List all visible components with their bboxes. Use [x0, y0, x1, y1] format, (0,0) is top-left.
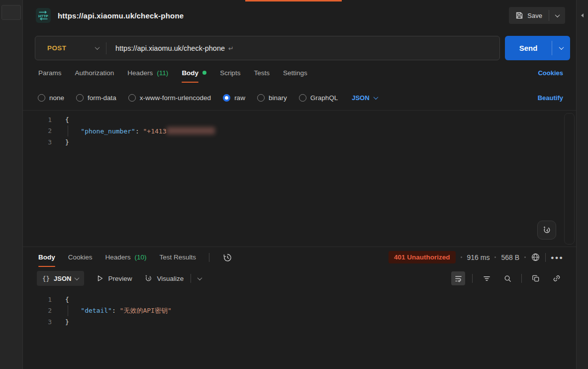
request-body-editor[interactable]: 1{2 "phone_number": "+14133} — [23, 110, 576, 246]
collapse-panel-arrow-icon[interactable] — [581, 13, 584, 17]
wrap-text-button[interactable] — [451, 271, 465, 285]
filter-button[interactable] — [480, 271, 493, 285]
play-icon — [96, 274, 104, 282]
link-button[interactable] — [550, 271, 564, 285]
request-tabs-list: ParamsAuthorizationHeaders(11)BodyScript… — [38, 66, 307, 80]
body-type-graphql[interactable]: GraphQL — [299, 94, 338, 102]
method-select[interactable]: POST — [35, 44, 106, 52]
save-button-group: Save — [509, 7, 565, 24]
url-container: POST https://api.xiaomu.uk/check-phone↵ — [35, 36, 500, 60]
preview-label: Preview — [108, 275, 132, 282]
chevron-down-icon — [373, 95, 378, 100]
tab-label: Settings — [283, 66, 307, 80]
tab-label: Test Results — [160, 250, 196, 264]
left-sidebar — [0, 0, 23, 369]
cookies-link[interactable]: Cookies — [538, 69, 563, 77]
language-label: JSON — [352, 94, 369, 102]
radio-label: form-data — [88, 94, 116, 102]
body-type-none[interactable]: none — [38, 94, 64, 102]
save-button[interactable]: Save — [509, 7, 549, 24]
code-line-2: 2 "phone_number": "+1413 — [23, 125, 576, 137]
request-tab-tests[interactable]: Tests — [254, 66, 270, 80]
indent-guide — [68, 305, 68, 317]
radio-icon — [128, 94, 136, 102]
toolbar-divider — [472, 274, 473, 283]
response-meta: 401 Unauthorized 916 ms 568 B ●●● — [389, 251, 564, 263]
workspace: HTTP https://api.xiaomu.uk/check-phone S… — [23, 0, 576, 369]
chevron-down-icon[interactable] — [197, 275, 202, 280]
status-badge[interactable]: 401 Unauthorized — [389, 251, 456, 263]
network-globe-icon[interactable] — [531, 252, 540, 262]
radio-label: GraphQL — [310, 94, 338, 102]
token-punct: } — [65, 138, 69, 146]
body-type-raw[interactable]: raw — [223, 94, 245, 102]
toolbar-divider — [191, 274, 191, 283]
send-button[interactable]: Send — [505, 36, 552, 60]
copy-button[interactable] — [529, 271, 543, 285]
response-body-viewer[interactable]: 1{2 "detail": "无效的API密钥"3} — [23, 289, 576, 369]
tab-count-badge: (10) — [135, 253, 147, 261]
chevron-down-icon — [555, 12, 560, 17]
token-punct: : — [135, 127, 143, 135]
http-request-icon: HTTP — [36, 8, 51, 23]
code-content: "detail": "无效的API密钥" — [65, 306, 172, 315]
code-content: { — [65, 296, 69, 303]
body-type-binary[interactable]: binary — [257, 94, 287, 102]
response-toolbar: {} JSON Preview Visualize — [23, 267, 576, 289]
tab-label: Cookies — [68, 250, 93, 264]
svg-text:HTTP: HTTP — [38, 14, 48, 18]
chevron-down-icon — [95, 45, 100, 50]
visualize-button[interactable]: Visualize — [144, 274, 184, 283]
code-line-1: 1{ — [23, 294, 576, 305]
body-type-x-www-form-urlencoded[interactable]: x-www-form-urlencoded — [128, 94, 211, 102]
chevron-down-icon — [559, 45, 564, 50]
request-tab-params[interactable]: Params — [38, 66, 62, 80]
token-punct: } — [65, 318, 69, 326]
request-tab-authorization[interactable]: Authorization — [75, 66, 114, 80]
method-label: POST — [47, 44, 66, 52]
request-tab-scripts[interactable]: Scripts — [220, 66, 240, 80]
request-tab-body[interactable]: Body — [182, 66, 206, 80]
request-tab-settings[interactable]: Settings — [283, 66, 307, 80]
response-tab-body[interactable]: Body — [38, 250, 55, 264]
more-options-button[interactable]: ●●● — [551, 254, 564, 260]
enter-hint: ↵ — [228, 45, 234, 52]
url-input[interactable]: https://api.xiaomu.uk/check-phone↵ — [106, 44, 234, 52]
save-options-button[interactable] — [549, 7, 565, 24]
line-number: 1 — [23, 116, 52, 123]
preview-button[interactable]: Preview — [96, 274, 132, 282]
save-button-label: Save — [527, 12, 542, 19]
code-line-1: 1{ — [23, 114, 576, 125]
send-button-group: Send — [505, 36, 570, 60]
body-type-form-data[interactable]: form-data — [76, 94, 116, 102]
separator-dot — [524, 256, 526, 258]
request-title: https://api.xiaomu.uk/check-phone — [58, 11, 184, 20]
sidebar-collapsed-panel[interactable] — [1, 5, 21, 20]
response-tabs-row: BodyCookiesHeaders(10)Test Results 401 U… — [23, 246, 576, 267]
line-number: 3 — [23, 318, 52, 326]
request-url-row: POST https://api.xiaomu.uk/check-phone↵ … — [23, 31, 576, 60]
response-size[interactable]: 568 B — [501, 253, 519, 261]
send-options-button[interactable] — [552, 36, 570, 60]
search-button[interactable] — [500, 271, 514, 285]
response-tab-headers[interactable]: Headers(10) — [105, 250, 147, 264]
response-tab-cookies[interactable]: Cookies — [68, 250, 93, 264]
postbot-button[interactable] — [537, 221, 556, 240]
response-time[interactable]: 916 ms — [467, 253, 490, 261]
token-string: "+1413 — [143, 127, 167, 135]
tab-count-badge: (11) — [157, 69, 168, 77]
request-tab-headers[interactable]: Headers(11) — [127, 66, 168, 80]
response-tab-test-results[interactable]: Test Results — [160, 250, 196, 264]
beautify-link[interactable]: Beautify — [538, 94, 563, 102]
line-number: 1 — [23, 296, 52, 303]
language-select[interactable]: JSON — [352, 94, 377, 102]
response-history-button[interactable] — [222, 252, 232, 262]
request-tabs: ParamsAuthorizationHeaders(11)BodyScript… — [23, 60, 576, 85]
response-format-select[interactable]: {} JSON — [37, 271, 84, 286]
tab-label: Tests — [254, 66, 270, 80]
url-value: https://api.xiaomu.uk/check-phone — [115, 44, 225, 52]
separator-dot — [494, 256, 496, 258]
radio-label: none — [49, 94, 64, 102]
line-number: 3 — [23, 138, 52, 146]
editor-scrollbar[interactable] — [564, 113, 575, 245]
